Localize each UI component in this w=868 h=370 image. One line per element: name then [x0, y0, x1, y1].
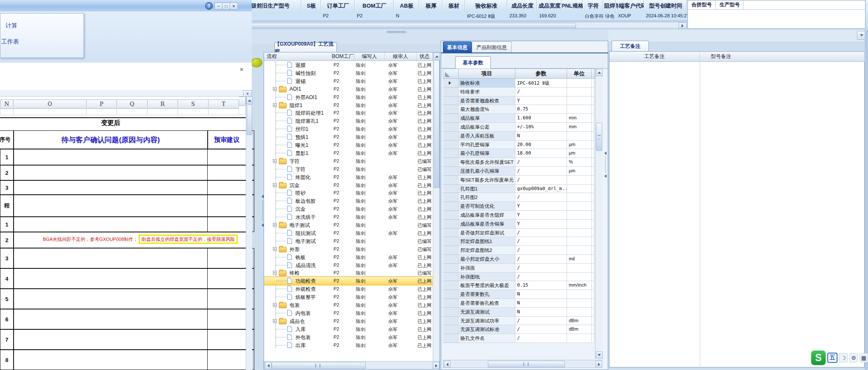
param-unit-cell[interactable]: %	[567, 158, 592, 167]
process-row[interactable]: 退锡P2陈剑佘军已上网	[264, 77, 433, 85]
process-row[interactable]: 丝印1P2陈剑佘军已上网	[264, 125, 433, 133]
grid-cell[interactable]	[14, 106, 86, 115]
row-selector-cell[interactable]	[443, 97, 459, 105]
process-col-header[interactable]: 状态	[417, 52, 433, 61]
tree-expand-icon[interactable]	[273, 319, 277, 323]
param-item-cell[interactable]: 成品板厚是否含铜厚	[459, 220, 515, 229]
process-horizontal-scrollbar[interactable]	[264, 361, 440, 369]
param-item-cell[interactable]: 每批次最多允许报废SET	[459, 158, 515, 167]
process-row[interactable]: 碱性蚀刻P2陈剑佘军已上网	[264, 69, 433, 77]
row-index-cell[interactable]: 7	[0, 329, 14, 350]
param-value-cell[interactable]: /	[515, 246, 567, 255]
tree-expand-icon[interactable]	[273, 303, 277, 307]
param-unit-cell[interactable]	[567, 211, 592, 220]
process-row[interactable]: 成品清洗P2陈剑佘军已上网	[264, 261, 433, 269]
row-selector-cell[interactable]	[443, 88, 459, 97]
param-unit-cell[interactable]	[567, 229, 592, 237]
param-unit-cell[interactable]: μm	[567, 167, 592, 176]
param-unit-cell[interactable]: dBm	[567, 317, 592, 326]
model-col-header[interactable]: BOM工厂	[355, 0, 394, 11]
param-value-cell[interactable]: 20.00	[515, 141, 567, 149]
param-unit-cell[interactable]	[567, 97, 592, 105]
index-header-cell[interactable]: 序号	[0, 130, 14, 149]
param-item-cell[interactable]: 成品板厚	[459, 114, 515, 123]
row-selector-cell[interactable]	[443, 255, 459, 264]
tree-expand-icon[interactable]	[273, 87, 277, 91]
model-col-header[interactable]: 板材	[443, 0, 465, 11]
params-scrollbar-thumb[interactable]	[596, 123, 602, 151]
params-col-header[interactable]: 项目	[459, 69, 515, 79]
model-col-value[interactable]: XOUP	[616, 11, 644, 21]
param-value-cell[interactable]: 1.600	[515, 114, 567, 123]
model-col-value[interactable]: 169.620	[537, 11, 562, 21]
param-item-cell[interactable]: 验孔文件名	[459, 334, 515, 343]
process-row[interactable]: 烘板整平P2陈剑佘军已上网	[264, 293, 433, 301]
tree-expand-icon[interactable]	[273, 271, 277, 275]
param-unit-cell[interactable]: mil	[567, 255, 592, 264]
param-item-cell[interactable]: 是否做邦定焊盘测试	[459, 229, 515, 237]
param-unit-cell[interactable]	[567, 264, 592, 273]
param-value-cell[interactable]: /	[515, 158, 567, 167]
param-value-cell[interactable]: gx0up009a0_drl_m...	[515, 185, 567, 193]
row-selector-cell[interactable]	[443, 220, 459, 229]
model-col-value[interactable]: 白色字符	[583, 11, 604, 21]
param-value-cell[interactable]: Y	[515, 211, 567, 220]
process-row[interactable]: 阻抗测试P2陈剑佘军已上网	[264, 229, 433, 237]
process-col-header[interactable]: 核审人	[385, 52, 417, 61]
param-unit-cell[interactable]	[567, 237, 592, 246]
param-value-cell[interactable]: /	[515, 317, 567, 326]
menu-item-worksheet[interactable]: 工作表	[1, 38, 19, 46]
model-col-header[interactable]: 成品长度	[508, 0, 537, 11]
param-unit-cell[interactable]: dBm	[567, 325, 592, 334]
param-unit-cell[interactable]: mm/inch	[567, 281, 592, 290]
excel-titlebar[interactable]	[0, 0, 252, 12]
param-unit-cell[interactable]	[567, 273, 592, 282]
param-value-cell[interactable]: 18.00	[515, 149, 567, 158]
param-item-cell[interactable]: 无源互调测试标准	[459, 325, 515, 334]
top-horizontal-scrollbar[interactable]	[235, 22, 687, 28]
model-col-header[interactable]: 型号创建时间	[644, 0, 687, 11]
tab-basic-info[interactable]: 基本信息	[443, 41, 472, 53]
row-selector-cell[interactable]	[443, 141, 459, 149]
row-content-cell[interactable]	[14, 217, 208, 232]
formula-bar[interactable]	[0, 63, 252, 90]
scroll-down-icon[interactable]	[596, 351, 603, 359]
process-row[interactable]: 外包装P2陈剑佘军已上网	[264, 333, 433, 341]
param-unit-cell[interactable]	[567, 308, 592, 317]
model-col-value[interactable]: 233.350	[508, 11, 537, 21]
param-value-cell[interactable]: /	[515, 255, 567, 264]
process-row[interactable]: 预烘1P2陈剑佘军已上网	[264, 133, 433, 141]
scroll-up-icon[interactable]	[596, 69, 603, 76]
param-item-cell[interactable]: 成品板厚公差	[459, 123, 515, 132]
param-item-cell[interactable]: 补强面	[459, 264, 515, 273]
row-selector-cell[interactable]	[443, 193, 459, 202]
param-value-cell[interactable]: +/-10%	[515, 123, 567, 132]
grid-cell[interactable]	[239, 106, 246, 115]
close-button[interactable]: ×	[230, 3, 238, 10]
process-row[interactable]: 外形P2陈剑已编写	[264, 245, 433, 253]
process-row[interactable]: 电子测试P2陈剑已编写	[264, 237, 433, 245]
row-selector-cell[interactable]	[443, 281, 459, 290]
process-row[interactable]: 外层AOI1P2陈剑佘军已上网	[264, 93, 433, 101]
param-value-cell[interactable]: 0.75	[515, 105, 567, 114]
param-value-cell[interactable]: Y	[515, 202, 567, 211]
row-content-cell[interactable]	[14, 350, 208, 370]
param-unit-cell[interactable]: mm	[567, 114, 592, 123]
model-col-header[interactable]: 订单工厂	[321, 0, 355, 11]
params-horizontal-scrollbar[interactable]	[443, 360, 602, 368]
model-col-value[interactable]	[562, 11, 583, 21]
row-index-cell[interactable]: 1	[0, 217, 14, 232]
param-value-cell[interactable]: Y	[515, 97, 567, 105]
process-hscroll-thumb[interactable]	[272, 362, 366, 369]
tree-expand-icon[interactable]	[273, 247, 277, 251]
param-item-cell[interactable]: 每SET最多允许报废单元	[459, 176, 515, 185]
param-value-cell[interactable]: 0.15	[515, 281, 567, 290]
row-index-cell[interactable]: 5	[0, 289, 14, 309]
process-row[interactable]: 功能检查P2陈剑佘军已上网	[264, 277, 433, 285]
row-selector-cell[interactable]	[443, 167, 459, 176]
process-row[interactable]: 电子测试P2陈剑已编写	[264, 221, 433, 229]
params-vertical-scrollbar[interactable]	[595, 69, 602, 359]
grid-cell[interactable]	[147, 106, 178, 115]
row-index-cell[interactable]: 3	[0, 248, 14, 268]
top-scrollbar-right-arrow-icon[interactable]	[679, 22, 687, 29]
